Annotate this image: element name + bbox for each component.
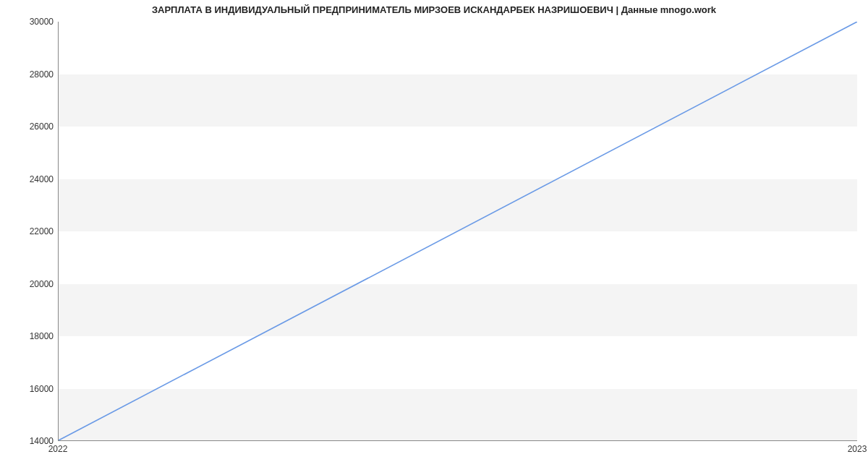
chart-title: ЗАРПЛАТА В ИНДИВИДУАЛЬНЫЙ ПРЕДПРИНИМАТЕЛ…: [0, 4, 868, 15]
series-line: [59, 22, 857, 440]
line-svg: [59, 22, 857, 440]
y-tick-label: 18000: [10, 331, 54, 341]
y-tick-label: 24000: [10, 174, 54, 184]
y-tick-label: 14000: [10, 436, 54, 446]
y-tick-label: 16000: [10, 384, 54, 394]
x-tick-label: 2022: [48, 444, 68, 454]
y-tick-label: 22000: [10, 226, 54, 236]
x-tick-label: 2023: [848, 444, 867, 454]
y-tick-label: 30000: [10, 17, 54, 27]
plot-area: [58, 22, 857, 441]
chart-container: ЗАРПЛАТА В ИНДИВИДУАЛЬНЫЙ ПРЕДПРИНИМАТЕЛ…: [0, 0, 868, 470]
y-tick-label: 26000: [10, 121, 54, 132]
y-tick-label: 20000: [10, 279, 54, 289]
y-tick-label: 28000: [10, 69, 54, 80]
